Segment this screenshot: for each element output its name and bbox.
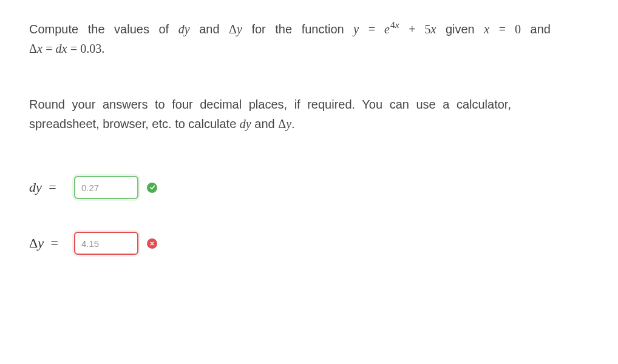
dy-input[interactable] <box>74 176 138 199</box>
period: . <box>291 117 295 130</box>
text: and <box>531 22 551 36</box>
dy-text: dy <box>29 180 42 195</box>
var-y: y <box>353 22 359 36</box>
text: Compute the values of <box>29 22 178 36</box>
check-icon <box>147 183 157 193</box>
delta-x: Δx <box>29 42 42 55</box>
var-x: x <box>484 22 489 36</box>
Dy: Δy <box>278 117 291 130</box>
var-y: y <box>237 22 242 36</box>
equals: = <box>499 22 515 36</box>
equals: = <box>368 22 384 36</box>
equals: = <box>46 180 56 195</box>
zero: 0 <box>515 22 521 36</box>
equals: = <box>46 42 55 55</box>
dy-label: dy = <box>29 180 68 195</box>
equals: = <box>47 235 58 251</box>
Dy-input[interactable] <box>74 232 138 255</box>
text: spreadsheet, browser, etc. to calculate <box>29 117 240 130</box>
value: 0.03. <box>80 42 104 55</box>
math-dy: dy <box>178 22 190 36</box>
instruction-line-2: spreadsheet, browser, etc. to calculate … <box>29 114 589 133</box>
instruction-line-1: Round your answers to four decimal place… <box>29 95 589 114</box>
e-base: e <box>384 22 390 36</box>
plus-5x: + 5x <box>409 22 436 36</box>
Dy-label: Δy = <box>29 235 68 251</box>
instruction-paragraph: Round your answers to four decimal place… <box>29 95 589 133</box>
problem-line-1: Compute the values of dy and Δy for the … <box>29 19 589 39</box>
equals: = <box>70 42 80 55</box>
text: and <box>254 117 278 130</box>
dx: dx <box>56 42 67 55</box>
text: and <box>199 22 229 36</box>
math-Dy: Δy <box>229 22 242 36</box>
problem-line-2: Δx = dx = 0.03. <box>29 39 589 58</box>
Dy-text: Δy <box>29 235 44 251</box>
answer-row-Dy: Δy = <box>29 232 589 255</box>
cross-icon <box>147 238 157 249</box>
text: for the function <box>251 22 353 36</box>
text: given <box>446 22 484 36</box>
exponent: 4x <box>390 19 399 30</box>
dy: dy <box>240 117 251 130</box>
answer-row-dy: dy = <box>29 176 589 199</box>
